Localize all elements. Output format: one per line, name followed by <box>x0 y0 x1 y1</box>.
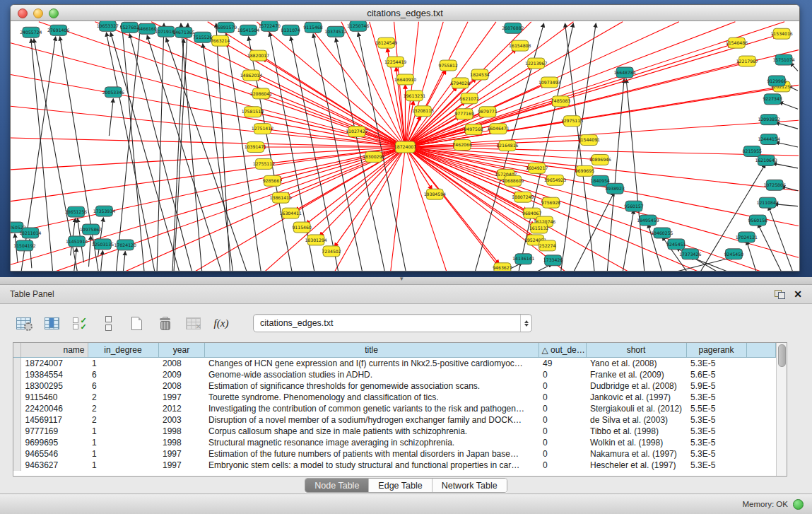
column-header[interactable]: pagerank <box>686 343 746 358</box>
table-cell[interactable]: 1998 <box>158 426 204 437</box>
table-row[interactable]: 2242004622012Investigating the contribut… <box>13 403 776 414</box>
table-cell[interactable]: 1 <box>88 358 158 370</box>
table-cell[interactable]: Investigating the contribution of common… <box>204 403 539 414</box>
graph-node[interactable]: 12093852 <box>758 115 780 125</box>
table-cell[interactable]: 2008 <box>158 380 204 392</box>
table-cell[interactable]: Franke et al. (2009) <box>586 369 686 380</box>
graph-node[interactable]: 20053346 <box>102 87 124 98</box>
table-cell[interactable]: Structural magnetic resonance image aver… <box>204 437 539 448</box>
graph-node[interactable]: 16891579 <box>215 22 237 33</box>
window-titlebar[interactable]: citations_edges.txt <box>11 5 799 21</box>
graph-node[interactable]: 8938923 <box>605 183 625 194</box>
table-cell[interactable]: 0 <box>539 403 586 414</box>
table-row[interactable]: 1456911722003Disruption of a novel membe… <box>13 414 776 426</box>
table-row[interactable]: 969969511998Structural magnetic resonanc… <box>13 437 776 448</box>
graph-node[interactable]: 8131074 <box>281 25 301 35</box>
graph-node[interactable]: 9560156 <box>748 215 768 226</box>
graph-node[interactable]: 12503135 <box>92 239 114 250</box>
graph-node[interactable]: 13208113 <box>412 106 434 117</box>
table-cell[interactable]: 5.9E-5 <box>686 380 746 392</box>
table-cell[interactable]: Jankovic et al. (1997) <box>586 392 686 403</box>
graph-node[interactable]: 10973493 <box>539 77 560 88</box>
graph-node[interactable]: 10391471 <box>245 142 266 153</box>
table-cell[interactable]: Corpus callosum shape and size in male p… <box>204 426 539 437</box>
table-cell[interactable]: 18724007 <box>20 358 88 370</box>
table-cell[interactable]: Dudbridge et al. (2008) <box>586 380 686 392</box>
close-button[interactable] <box>18 8 28 18</box>
table-cell[interactable]: 1997 <box>158 460 204 471</box>
table-cell[interactable]: Changes of HCN gene expression and I(f) … <box>204 358 539 370</box>
table-cell[interactable]: Estimation of the future numbers of pati… <box>204 448 539 460</box>
function-builder-button[interactable]: f(x) <box>212 314 230 332</box>
table-cell[interactable]: 2 <box>88 414 158 426</box>
graph-node[interactable]: 10653327 <box>97 21 119 31</box>
table-cell[interactable]: 1998 <box>158 437 204 448</box>
graph-node[interactable]: 26876882 <box>502 23 524 33</box>
graph-node[interactable]: 16304411 <box>280 208 302 218</box>
table-cell[interactable]: 1 <box>88 460 158 471</box>
graph-node[interactable]: 1615132 <box>529 223 549 233</box>
panel-resize-grip[interactable]: ▾ <box>400 275 404 282</box>
graph-node[interactable]: 11504192 <box>13 240 35 251</box>
table-cell[interactable]: 6 <box>88 369 158 380</box>
graph-node[interactable]: 7515526 <box>193 32 213 42</box>
table-cell[interactable]: Estimation of significance thresholds fo… <box>204 380 539 392</box>
graph-node[interactable]: 16640910 <box>394 74 416 85</box>
graph-node[interactable]: 12164816 <box>496 141 518 151</box>
graph-node[interactable]: 14671365 <box>172 27 194 37</box>
show-columns-button[interactable] <box>42 314 61 332</box>
graph-node[interactable]: 12110843 <box>757 197 779 208</box>
table-header-row[interactable]: namein_degreeyeartitle△ out_de…shortpage… <box>13 343 776 358</box>
table-row[interactable]: 1830029562008Estimation of significance … <box>13 380 776 392</box>
table-mode-button[interactable] <box>14 314 33 332</box>
graph-node[interactable]: 19654923 <box>544 175 566 185</box>
table-cell[interactable]: 2 <box>88 392 158 403</box>
graph-node[interactable]: 18807249 <box>512 192 534 202</box>
network-canvas-wrap[interactable]: 1615480812213967109734937485083129751159… <box>11 21 799 271</box>
graph-node[interactable]: 18495459 <box>637 215 659 226</box>
table-cell[interactable]: 5.3E-5 <box>686 358 746 370</box>
table-cell[interactable]: 1 <box>88 448 158 460</box>
table-cell[interactable]: Embryonic stem cells: a model to study s… <box>204 460 539 471</box>
graph-node[interactable]: 9560157 <box>624 201 644 211</box>
table-cell[interactable]: 18300295 <box>20 380 88 392</box>
network-canvas[interactable]: 1615480812213967109734937485083129751159… <box>11 21 799 271</box>
column-header[interactable]: name <box>20 343 88 358</box>
table-cell[interactable]: 9463627 <box>20 460 88 471</box>
table-cell[interactable]: Stergiakouli et al. (2012) <box>586 403 686 414</box>
table-scrollbar[interactable] <box>776 343 787 476</box>
graph-node[interactable]: 9115468 <box>303 22 323 33</box>
table-cell[interactable]: 9777169 <box>20 426 88 437</box>
table-cell[interactable]: 5.3E-5 <box>686 437 746 448</box>
graph-node[interactable]: 18541504 <box>237 25 259 35</box>
table-cell[interactable]: Genome-wide association studies in ADHD. <box>204 369 539 380</box>
graph-node[interactable]: 1621072 <box>459 93 479 104</box>
graph-node[interactable]: 11534016 <box>770 28 792 39</box>
graph-node[interactable]: 10460255 <box>651 228 673 238</box>
table-cell[interactable]: 0 <box>539 414 586 426</box>
graph-node[interactable]: 1733426 <box>543 255 563 266</box>
tab-network-table[interactable]: Network Table <box>432 479 507 492</box>
graph-node[interactable]: 9129966 <box>767 76 787 86</box>
graph-node[interactable]: 13861415 <box>270 192 292 203</box>
table-cell[interactable]: 0 <box>539 448 586 460</box>
table-cell[interactable]: 22420046 <box>20 403 88 414</box>
table-cell[interactable]: 2008 <box>158 358 204 370</box>
graph-node[interactable]: 9497568 <box>464 124 483 135</box>
graph-node[interactable]: 6794028 <box>450 78 470 88</box>
graph-node[interactable]: 12975115 <box>561 116 583 127</box>
table-cell[interactable]: 1 <box>88 426 158 437</box>
graph-node[interactable]: 9879771 <box>478 107 498 117</box>
column-header[interactable]: title <box>204 343 539 358</box>
graph-node[interactable]: 12254419 <box>384 57 406 67</box>
tab-node-table[interactable]: Node Table <box>305 479 368 492</box>
tab-edge-table[interactable]: Edge Table <box>368 479 431 492</box>
graph-node[interactable]: 18820017 <box>247 50 269 61</box>
table-cell[interactable]: 9115460 <box>20 392 88 403</box>
column-header[interactable]: in_degree <box>88 343 158 358</box>
table-row[interactable]: 1938455462009Genome-wide association stu… <box>13 369 776 380</box>
table-cell[interactable]: 6 <box>88 380 158 392</box>
graph-node[interactable]: 10688609 <box>502 175 524 186</box>
graph-node[interactable]: 9777169 <box>454 109 474 119</box>
table-cell[interactable]: 0 <box>539 460 586 471</box>
